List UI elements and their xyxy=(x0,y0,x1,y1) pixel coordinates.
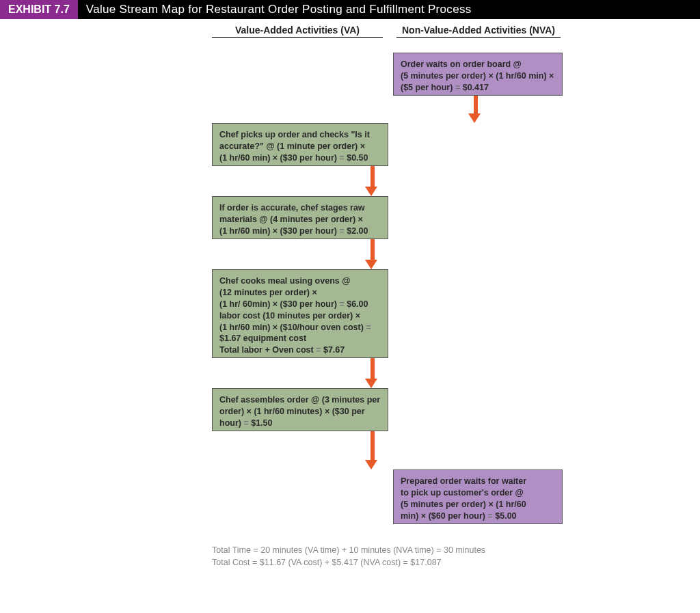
nva-box-prepared-waits: Prepared order waits for waiter to pick … xyxy=(393,469,563,524)
total-time-va: 20 minutes (VA time) xyxy=(260,545,339,555)
text: materials @ (4 minutes per order) xyxy=(219,215,355,224)
text: ($30 per hour) xyxy=(280,226,337,236)
text: $1.67 equipment cost xyxy=(219,333,306,343)
text: Order waits on order board @ xyxy=(401,59,522,69)
text: Prepared order waits for waiter xyxy=(401,476,526,486)
text: hour) xyxy=(219,418,241,428)
text: $0.50 xyxy=(347,153,368,163)
text: ($60 per hour) xyxy=(429,511,485,521)
text: (1 hr/60 xyxy=(496,500,526,509)
text: Chef assembles order @ (3 minutes per xyxy=(219,395,380,405)
total-time-nva: 10 minutes (NVA time) xyxy=(349,545,434,555)
text: (12 minutes per order) xyxy=(219,288,310,297)
text: If order is accurate, chef stages raw xyxy=(219,203,365,213)
exhibit-title: Value Stream Map for Restaurant Order Po… xyxy=(78,0,700,19)
exhibit-tag: EXHIBIT 7.7 xyxy=(0,0,78,19)
text: $1.50 xyxy=(251,418,272,428)
text: (1 hr/60 minutes) xyxy=(254,407,322,416)
text: Total labor xyxy=(219,345,262,355)
text: $2.00 xyxy=(347,226,368,236)
text: ($5 per hour) xyxy=(401,83,453,92)
text: (1 hr/60 min) xyxy=(219,323,270,332)
flow-arrow xyxy=(369,431,376,469)
nva-box-order-waits: Order waits on order board @ (5 minutes … xyxy=(393,53,563,96)
va-box-stage-materials: If order is accurate, chef stages raw ma… xyxy=(212,196,388,239)
total-cost-va: $11.67 (VA cost) xyxy=(260,558,323,567)
text: Oven cost xyxy=(272,345,313,355)
text: labor cost (10 minutes per order) xyxy=(219,311,353,321)
text: (1 hr/ 60min) xyxy=(219,299,270,309)
text: min) xyxy=(401,511,418,521)
text: to pick up customer's order @ xyxy=(401,488,524,498)
text: ($30 per hour) xyxy=(280,299,337,309)
text: (1 hr/60 min) xyxy=(219,153,270,163)
text: (5 minutes per order) xyxy=(401,71,486,81)
text: (1 hr/60 min) xyxy=(219,226,270,236)
column-header-va: Value-Added Activities (VA) xyxy=(212,25,383,38)
text: $5.00 xyxy=(495,511,516,521)
total-time-value: 30 minutes xyxy=(444,545,485,555)
va-box-assemble-order: Chef assembles order @ (3 minutes per or… xyxy=(212,388,388,431)
column-header-nva: Non-Value-Added Activities (NVA) xyxy=(396,25,561,38)
total-cost-nva: $5.417 (NVA cost) xyxy=(332,558,401,567)
va-box-cook-meal: Chef cooks meal using ovens @ (12 minute… xyxy=(212,269,388,358)
flow-arrow xyxy=(369,358,376,388)
va-box-chef-checks: Chef picks up order and checks "Is it ac… xyxy=(212,123,388,166)
text: Chef cooks meal using ovens @ xyxy=(219,276,350,286)
text: $7.67 xyxy=(323,345,345,355)
flow-arrow xyxy=(369,166,376,196)
total-cost-label: Total Cost xyxy=(212,558,250,567)
text: ($30 per hour) xyxy=(280,153,337,163)
text: (1 hr/60 min) xyxy=(496,71,546,81)
total-cost-value: $17.087 xyxy=(410,558,441,567)
column-headers: Value-Added Activities (VA) Non-Value-Ad… xyxy=(0,25,700,38)
text: Chef picks up order and checks "Is it xyxy=(219,130,370,139)
text: $0.417 xyxy=(463,83,489,92)
text: accurate?" @ (1 minute per order) xyxy=(219,141,358,151)
flow-arrow xyxy=(472,96,479,123)
text: ($10/hour oven cost) xyxy=(280,323,364,332)
text: (5 minutes per order) xyxy=(401,500,486,509)
header-bar: EXHIBIT 7.7 Value Stream Map for Restaur… xyxy=(0,0,700,19)
totals-summary: Total Time = 20 minutes (VA time) + 10 m… xyxy=(212,545,485,569)
flow-arrow xyxy=(369,239,376,269)
text: ($30 per xyxy=(332,407,365,416)
total-time-label: Total Time xyxy=(212,545,251,555)
text: $6.00 xyxy=(347,299,368,309)
text: order) xyxy=(219,407,244,416)
